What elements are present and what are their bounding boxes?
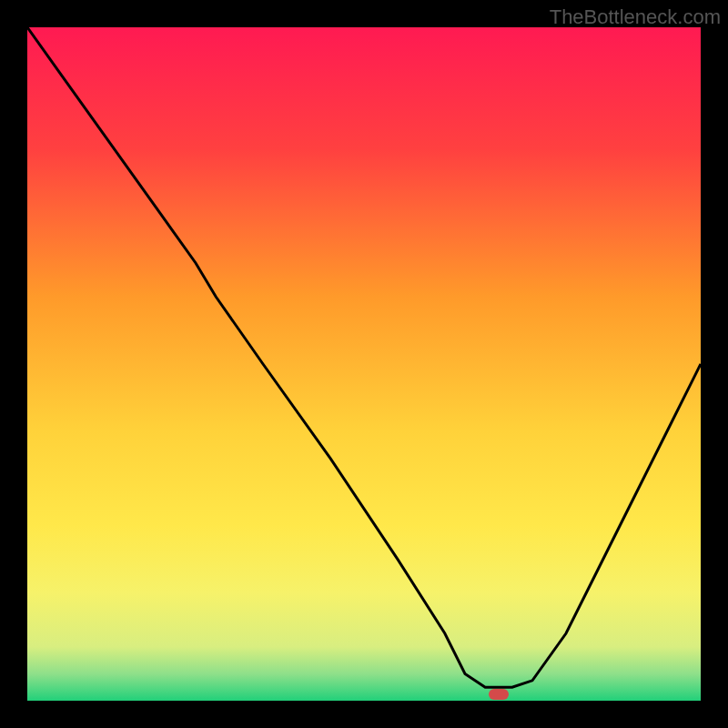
- optimal-point-marker: [489, 689, 509, 700]
- chart-svg: [27, 27, 701, 701]
- bottleneck-chart: [27, 27, 701, 701]
- gradient-background: [27, 27, 701, 701]
- watermark-text: TheBottleneck.com: [550, 5, 721, 29]
